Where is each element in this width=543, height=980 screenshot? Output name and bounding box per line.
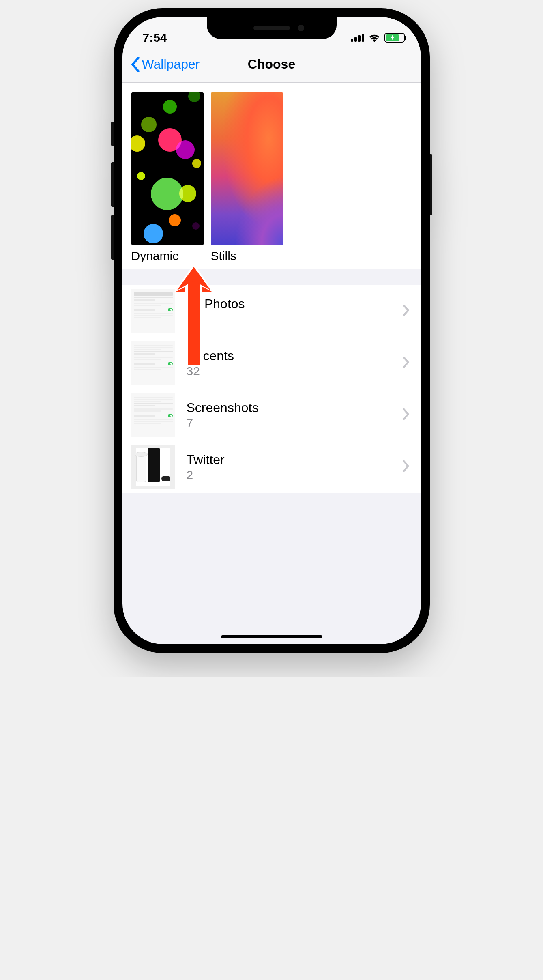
album-thumb bbox=[131, 341, 175, 385]
category-stills[interactable]: Stills bbox=[211, 92, 283, 263]
album-thumb bbox=[131, 289, 175, 333]
back-label: Wallpaper bbox=[142, 57, 200, 72]
device-frame: 7:54 bbox=[114, 8, 430, 653]
home-indicator[interactable] bbox=[221, 635, 322, 638]
album-count: 32 bbox=[187, 312, 391, 326]
album-twitter[interactable]: Twitter 2 bbox=[122, 441, 421, 493]
chevron-right-icon bbox=[402, 305, 410, 316]
albums-list: All Photos 32 bbox=[122, 285, 421, 493]
back-button[interactable]: Wallpaper bbox=[131, 57, 200, 72]
album-count: 7 bbox=[187, 416, 391, 430]
battery-charging-icon bbox=[384, 33, 405, 43]
screen: 7:54 bbox=[122, 17, 421, 644]
category-label-stills: Stills bbox=[211, 249, 283, 263]
chevron-right-icon bbox=[402, 460, 410, 472]
album-count: 2 bbox=[187, 468, 391, 482]
chevron-right-icon bbox=[402, 357, 410, 368]
notch bbox=[207, 17, 337, 39]
content-scroll[interactable]: Dynamic Stills bbox=[122, 83, 421, 644]
chevron-right-icon bbox=[402, 408, 410, 420]
album-title: Twitter bbox=[187, 452, 391, 467]
album-thumb bbox=[131, 445, 175, 489]
nav-bar: Wallpaper Choose bbox=[122, 49, 421, 83]
status-time: 7:54 bbox=[143, 31, 167, 45]
album-title: All Photos bbox=[187, 297, 391, 312]
album-all-photos[interactable]: All Photos 32 bbox=[122, 285, 421, 337]
stills-thumbnail bbox=[211, 92, 283, 245]
wallpaper-categories: Dynamic Stills bbox=[122, 83, 421, 269]
wifi-icon bbox=[368, 33, 380, 42]
category-label-dynamic: Dynamic bbox=[131, 249, 204, 263]
album-title: Recents bbox=[187, 348, 391, 363]
chevron-left-icon bbox=[131, 57, 140, 72]
album-screenshots[interactable]: Screenshots 7 bbox=[122, 389, 421, 441]
album-recents[interactable]: Recents 32 bbox=[122, 337, 421, 389]
cellular-signal-icon bbox=[351, 34, 364, 42]
dynamic-thumbnail bbox=[131, 92, 204, 245]
category-dynamic[interactable]: Dynamic bbox=[131, 92, 204, 263]
album-count: 32 bbox=[187, 364, 391, 378]
album-thumb bbox=[131, 393, 175, 437]
album-title: Screenshots bbox=[187, 400, 391, 415]
